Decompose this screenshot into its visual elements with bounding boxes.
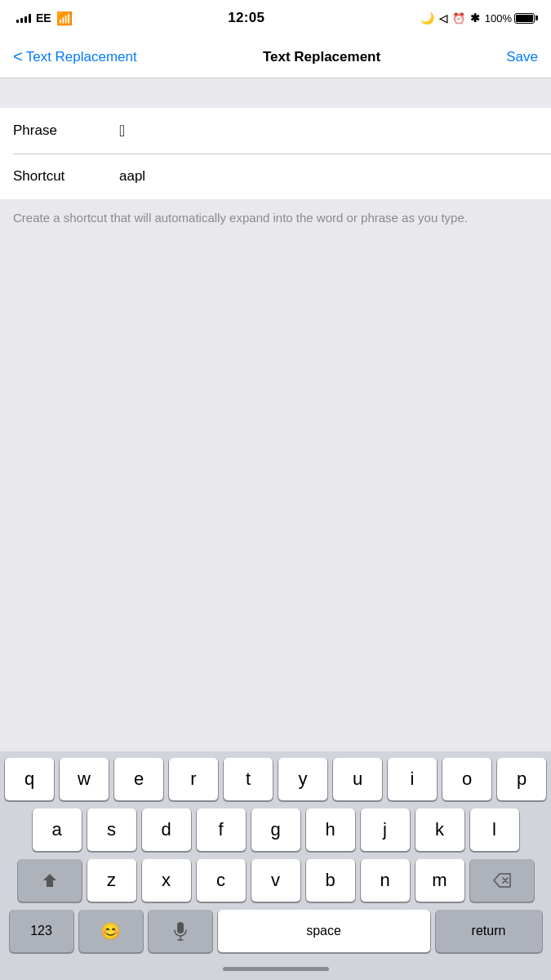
key-f[interactable]: f — [197, 808, 246, 851]
key-r[interactable]: r — [169, 758, 218, 800]
shortcut-label: Shortcut — [13, 168, 119, 185]
key-b[interactable]: b — [306, 859, 355, 902]
shortcut-value[interactable]: aapl — [119, 168, 538, 185]
key-i[interactable]: i — [388, 758, 437, 800]
key-g[interactable]: g — [251, 808, 300, 851]
status-time: 12:05 — [228, 10, 264, 26]
phrase-value[interactable]:  — [119, 122, 538, 140]
content-background — [0, 239, 551, 492]
back-label: Text Replacement — [26, 49, 137, 65]
delete-icon — [492, 873, 512, 888]
nav-title: Text Replacement — [263, 49, 380, 65]
nav-bar: < Text Replacement Text Replacement Save — [0, 36, 551, 78]
key-p[interactable]: p — [497, 758, 546, 800]
battery-fill — [516, 15, 533, 22]
form-section: Phrase  Shortcut aapl — [0, 108, 551, 199]
wifi-icon: 📶 — [56, 11, 73, 26]
keyboard-wrapper: q w e r t y u i o p a s d f g h j k l — [0, 751, 551, 980]
phrase-row: Phrase  — [0, 108, 551, 154]
battery-percent: 100% — [485, 12, 512, 24]
phrase-label: Phrase — [13, 122, 119, 139]
bluetooth-icon: ✱ — [470, 11, 480, 24]
battery-icon — [514, 13, 535, 24]
key-o[interactable]: o — [442, 758, 491, 800]
emoji-key[interactable]: 😊 — [79, 910, 143, 952]
moon-icon: 🌙 — [420, 11, 434, 24]
key-w[interactable]: w — [60, 758, 109, 800]
key-c[interactable]: c — [197, 859, 246, 902]
key-y[interactable]: y — [278, 758, 327, 800]
key-m[interactable]: m — [415, 859, 464, 902]
keyboard: q w e r t y u i o p a s d f g h j k l — [0, 751, 551, 957]
signal-bars — [16, 13, 31, 23]
shift-key[interactable] — [18, 859, 82, 902]
key-s[interactable]: s — [87, 808, 136, 851]
mic-icon — [173, 921, 188, 941]
key-j[interactable]: j — [361, 808, 410, 851]
delete-key[interactable] — [470, 859, 534, 902]
mic-key[interactable] — [149, 910, 212, 952]
key-u[interactable]: u — [333, 758, 382, 800]
key-h[interactable]: h — [306, 808, 355, 851]
space-key[interactable]: space — [218, 910, 430, 952]
shift-icon — [41, 871, 59, 889]
location-icon: ◁ — [439, 12, 447, 24]
key-e[interactable]: e — [114, 758, 163, 800]
helper-text: Create a shortcut that will automaticall… — [0, 199, 551, 239]
home-indicator — [0, 957, 551, 980]
key-q[interactable]: q — [5, 758, 54, 800]
key-x[interactable]: x — [142, 859, 191, 902]
key-l[interactable]: l — [470, 808, 519, 851]
key-k[interactable]: k — [415, 808, 464, 851]
keyboard-row-2: a s d f g h j k l — [3, 808, 548, 851]
key-n[interactable]: n — [361, 859, 410, 902]
shortcut-row: Shortcut aapl — [0, 154, 551, 199]
home-bar — [223, 967, 329, 971]
status-right: 🌙 ◁ ⏰ ✱ 100% — [420, 11, 535, 24]
svg-rect-0 — [177, 922, 184, 933]
alarm-icon: ⏰ — [452, 12, 465, 24]
key-v[interactable]: v — [251, 859, 300, 902]
key-a[interactable]: a — [33, 808, 82, 851]
key-z[interactable]: z — [87, 859, 136, 902]
key-d[interactable]: d — [142, 808, 191, 851]
back-chevron-icon: < — [13, 48, 23, 65]
keyboard-row-3: z x c v b n m — [3, 859, 548, 902]
numbers-key[interactable]: 123 — [10, 910, 73, 952]
status-bar: EE 📶 12:05 🌙 ◁ ⏰ ✱ 100% — [0, 0, 551, 36]
key-t[interactable]: t — [224, 758, 273, 800]
save-button[interactable]: Save — [506, 49, 538, 65]
keyboard-row-4: 123 😊 space return — [3, 910, 548, 952]
carrier-label: EE — [36, 11, 51, 24]
back-button[interactable]: < Text Replacement — [13, 49, 137, 65]
return-key[interactable]: return — [436, 910, 542, 952]
status-left: EE 📶 — [16, 11, 73, 26]
section-gap-top — [0, 78, 551, 108]
battery-container: 100% — [485, 12, 535, 24]
keyboard-row-1: q w e r t y u i o p — [3, 758, 548, 800]
